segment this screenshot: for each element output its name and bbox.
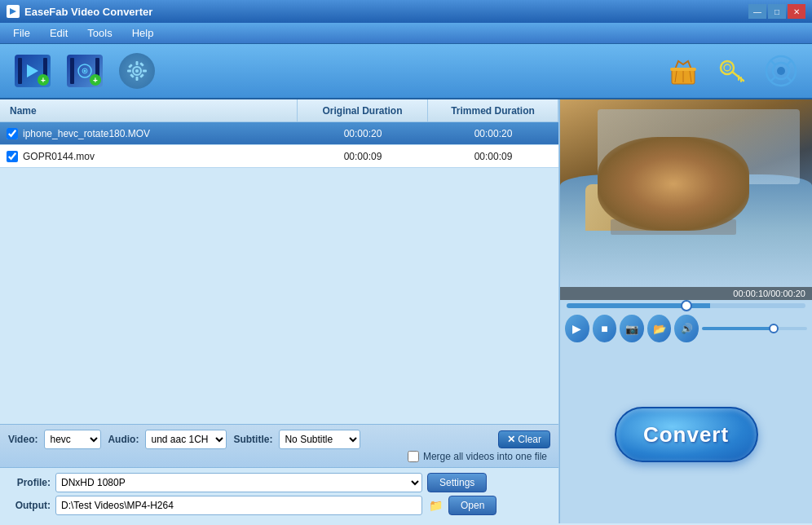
stop-button[interactable]: ■ [593,315,617,342]
subtitle-selector[interactable]: No Subtitle [279,430,360,449]
snapshot-button[interactable]: 📷 [620,315,644,342]
table-header: Name Original Duration Trimmed Duration [0,99,558,122]
close-button[interactable]: ✕ [788,4,805,19]
add-video-icon: + [15,55,51,87]
video-controls: ▶ ■ 📷 📂 🔊 [560,311,812,346]
profile-label: Profile: [8,477,51,488]
output-label: Output: [8,500,51,511]
bottom-controls: Video: hevc Audio: und aac 1CH Subtitle:… [0,424,558,467]
add-bluray-button[interactable]: + [62,48,108,94]
volume-icon: 🔊 [681,323,693,334]
open-button[interactable]: Open [448,496,496,515]
preferences-button[interactable] [114,48,160,94]
app-icon [7,5,20,18]
table-row[interactable]: GOPR0144.mov 00:00:09 00:00:09 [0,145,558,168]
convert-area: Convert [560,346,812,523]
row1-checkbox[interactable] [7,128,18,139]
file-table-body: iphone_hevc_rotate180.MOV 00:00:20 00:00… [0,122,558,424]
volume-slider[interactable] [702,327,807,330]
seek-slider[interactable] [567,303,805,308]
file-list-panel: Name Original Duration Trimmed Duration … [0,99,559,523]
menu-file[interactable]: File [3,25,40,41]
audio-selector[interactable]: und aac 1CH [145,430,227,449]
svg-line-27 [787,60,792,65]
toolbar-right-icons [662,50,802,92]
menu-tools[interactable]: Tools [77,25,121,41]
svg-rect-13 [139,62,144,67]
minimize-button[interactable]: — [748,4,766,19]
add-bluray-icon: + [67,55,103,87]
folder-browse-icon[interactable]: 📁 [427,497,444,514]
svg-line-28 [770,77,775,82]
scene-ground [611,219,737,234]
row1-trimmed-duration: 00:00:20 [428,125,558,143]
clear-button[interactable]: ✕ Clear [498,430,550,448]
merge-row: Merge all videos into one file [8,451,550,462]
svg-rect-9 [143,70,147,73]
video-timestamp: 00:00:10/00:00:20 [560,287,812,300]
shop-button[interactable] [662,50,704,92]
col-trimmed-duration: Trimmed Duration [428,99,558,121]
svg-line-26 [770,60,775,65]
volume-button[interactable]: 🔊 [674,315,699,342]
output-row: Output: 📁 Open [8,496,550,515]
preview-image [560,99,812,287]
app-title: EaseFab Video Converter [24,6,152,18]
row2-checkbox[interactable] [7,151,18,162]
video-seekbar [560,300,812,311]
svg-point-3 [84,70,86,73]
video-selector[interactable]: hevc [44,430,101,449]
titlebar: EaseFab Video Converter — □ ✕ [0,0,812,23]
row2-trimmed-duration: 00:00:09 [428,148,558,165]
camera-icon: 📷 [625,323,638,335]
svg-point-20 [724,64,730,71]
add-video-button[interactable]: + [10,48,55,94]
menubar: File Edit Tools Help [0,23,812,44]
svg-rect-8 [127,70,131,73]
video-selector-label: Video: [8,434,38,445]
merge-label: Merge all videos into one file [423,451,547,462]
main-content: Name Original Duration Trimmed Duration … [0,99,812,523]
svg-rect-10 [128,64,133,68]
scene-object [585,184,661,232]
play-button[interactable]: ▶ [565,315,589,342]
preferences-icon [119,53,155,89]
register-button[interactable] [711,50,753,92]
row1-original-duration: 00:00:20 [298,125,428,143]
profile-output: Profile: DNxHD 1080P Settings Output: 📁 … [0,467,558,523]
menu-edit[interactable]: Edit [40,25,77,41]
folder-icon: 📂 [653,323,666,335]
svg-point-30 [777,67,785,75]
row2-original-duration: 00:00:09 [298,148,428,165]
toolbar: + + [0,44,812,99]
row1-name: iphone_hevc_rotate180.MOV [0,125,298,143]
row2-name: GOPR0144.mov [0,148,298,165]
col-original-duration: Original Duration [298,99,428,121]
output-path-input[interactable] [55,496,422,515]
help-button[interactable] [760,50,802,92]
svg-rect-7 [136,77,139,81]
settings-button[interactable]: Settings [427,473,487,492]
col-name: Name [0,99,298,121]
menu-help[interactable]: Help [122,25,164,41]
svg-rect-15 [670,68,696,71]
open-folder-button[interactable]: 📂 [647,315,672,342]
svg-line-29 [787,77,792,82]
stop-icon: ■ [601,322,607,335]
video-panel: 00:00:10/00:00:20 ▶ ■ 📷 📂 🔊 [559,99,812,523]
video-preview [560,99,812,287]
table-row[interactable]: iphone_hevc_rotate180.MOV 00:00:20 00:00… [0,122,558,145]
maximize-button[interactable]: □ [768,4,786,19]
profile-row: Profile: DNxHD 1080P Settings [8,473,550,492]
svg-rect-6 [136,61,139,65]
plus-badge-2: + [90,74,101,86]
profile-select[interactable]: DNxHD 1080P [55,473,422,492]
clear-x-icon: ✕ [507,434,515,445]
scene-sky [598,109,799,184]
window-controls: — □ ✕ [748,4,805,19]
media-selectors: Video: hevc Audio: und aac 1CH Subtitle:… [8,430,550,449]
convert-button[interactable]: Convert [615,407,758,462]
audio-selector-label: Audio: [108,434,139,445]
subtitle-selector-label: Subtitle: [233,434,272,445]
merge-checkbox[interactable] [408,451,419,462]
